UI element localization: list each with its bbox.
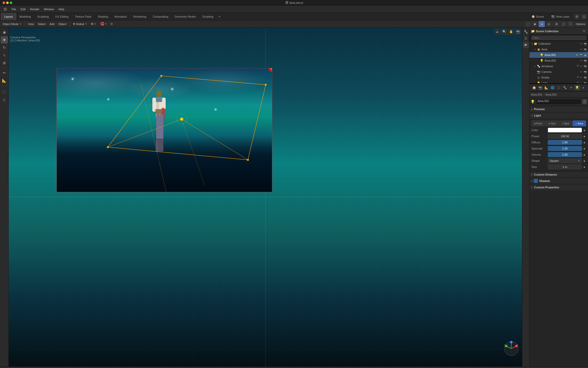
screen-layout-button[interactable]: ◫ <box>581 14 587 20</box>
object-name-field[interactable]: Area.001 <box>536 99 581 105</box>
armature-render[interactable]: 📷 <box>583 64 587 68</box>
view-icon[interactable]: 👁 <box>523 42 529 48</box>
menu-window[interactable]: Window <box>42 7 56 11</box>
hand-tool-btn[interactable]: ✋ <box>508 29 514 35</box>
power-dot[interactable]: ◆ <box>583 135 586 138</box>
fps-icon[interactable]: ⏱ <box>542 367 548 368</box>
viewport-shading-wire[interactable]: ⬚ <box>525 21 531 27</box>
viewport-shading-rendered[interactable]: ◎ <box>546 21 552 27</box>
menu-help[interactable]: Help <box>56 7 66 11</box>
custom-distance-header[interactable]: ▸ Custom Distance <box>529 171 588 178</box>
light-type-spot[interactable]: ⌾ Spot <box>559 121 572 126</box>
view-layer-selector[interactable]: 📷View Layer <box>548 13 573 20</box>
custom-properties-header[interactable]: ▸ Custom Properties <box>529 184 588 190</box>
camera-eye[interactable]: 👁 <box>579 70 583 74</box>
diffuse-value[interactable]: 1.00 <box>548 140 582 145</box>
diffuse-dot[interactable]: ◆ <box>583 141 586 144</box>
light-type-sun[interactable]: ☀ Sun <box>545 121 559 126</box>
volume-value[interactable]: 1.00 <box>548 152 582 157</box>
fake-user-btn[interactable]: F <box>582 99 587 104</box>
preferences-button[interactable]: ⚙ <box>574 14 580 20</box>
preview-section-header[interactable]: ▸ Preview <box>529 106 588 112</box>
add-menu[interactable]: Add <box>48 22 56 26</box>
camera-btn[interactable]: 📷 <box>515 29 521 35</box>
prop-modifiers-icon[interactable]: 🔧 <box>562 85 568 90</box>
select-menu[interactable]: Select <box>36 22 47 26</box>
tree-item-scene-collection[interactable]: ▾ 📁 Collection 👁 📷 <box>529 41 588 47</box>
tab-modeling[interactable]: Modeling <box>16 13 34 20</box>
transform-tool-btn[interactable]: ⊞ <box>1 59 8 66</box>
tab-geometry-nodes[interactable]: Geometry Nodes <box>172 13 199 20</box>
prop-object-icon[interactable]: ☐ <box>556 85 562 90</box>
area001-render[interactable]: 📷 <box>579 53 583 57</box>
move-tool-btn[interactable]: ✛ <box>1 36 8 43</box>
color-value[interactable] <box>548 128 582 132</box>
measure-tool-btn[interactable]: 📐 <box>1 77 8 84</box>
timeline-icon[interactable]: ⏱ <box>2 367 8 368</box>
menu-edit[interactable]: Edit <box>19 7 28 11</box>
viewport-3d[interactable]: ✕ ▲ 🔍 ✋ 📷 Camera Perspective (1) Collect… <box>9 28 522 366</box>
tree-item-armature[interactable]: ▸ 🦴 Armature ⊞ 👁 📷 <box>529 63 588 69</box>
shadow-section-header[interactable]: ▾ ✓ Shadow <box>529 178 588 184</box>
tab-uv-editing[interactable]: UV Editing <box>52 13 72 20</box>
add-object-btn[interactable]: △ <box>1 96 8 103</box>
menu-blender[interactable]: ⊙ <box>2 6 9 12</box>
light-render[interactable]: 📷 <box>583 81 587 83</box>
viewport-xray-toggle[interactable]: ☐ <box>567 21 573 27</box>
orientation-gizmo[interactable]: X Y Z <box>504 341 519 356</box>
add-workspace-button[interactable]: + <box>217 14 222 19</box>
area-render[interactable]: 📷 <box>583 48 587 51</box>
breadcrumb-item-1[interactable]: Area.001 <box>531 93 542 96</box>
shadow-enabled-checkbox[interactable]: ✓ <box>534 179 538 183</box>
viewport-shading-lpe[interactable]: ◈ <box>539 21 545 27</box>
scale-tool-btn[interactable]: ⤡ <box>1 52 8 59</box>
viewport-gizmo-toggle[interactable]: ⊕ <box>553 21 560 27</box>
tab-animation[interactable]: Animation <box>111 13 130 20</box>
tab-texture-paint[interactable]: Texture Paint <box>72 13 94 20</box>
zoom-btn[interactable]: 🔍 <box>501 29 507 35</box>
empty-render[interactable]: 📷 <box>583 76 587 79</box>
shape-dot[interactable]: ◆ <box>583 159 586 162</box>
prop-particles-icon[interactable]: ✦ <box>568 85 574 90</box>
tab-shading[interactable]: Shading <box>95 13 111 20</box>
outliner-search[interactable] <box>529 35 588 41</box>
tab-rendering[interactable]: Rendering <box>130 13 149 20</box>
scene-selector[interactable]: 🏠Scene <box>528 13 547 20</box>
annotate-tool-btn[interactable]: ✏ <box>1 69 8 76</box>
breadcrumb-item-2[interactable]: Area.001 <box>545 93 557 96</box>
menu-render[interactable]: Render <box>28 7 41 11</box>
maximize-dot[interactable] <box>10 2 12 4</box>
volume-dot[interactable]: ◆ <box>583 153 586 156</box>
item-icon[interactable]: ☰ <box>523 35 529 41</box>
view-menu[interactable]: View <box>26 22 36 26</box>
color-dot[interactable]: ◆ <box>583 129 586 132</box>
tool-icon[interactable]: 🔧 <box>523 29 529 35</box>
empty-eye[interactable]: 👁 <box>579 76 583 79</box>
area002-render[interactable]: 📷 <box>583 59 587 62</box>
close-dot[interactable] <box>3 2 5 4</box>
prop-material-icon[interactable]: ● <box>581 85 586 90</box>
tree-item-empty[interactable]: ◎ Empty ⊟ 👁 📷 <box>529 75 588 80</box>
tree-item-light[interactable]: 💡 Light ⊟ 👁 📷 <box>529 80 588 83</box>
transform-pivot[interactable]: ⊞▼ <box>89 22 98 26</box>
tree-item-area002[interactable]: 💡 Area.002 👁 📷 <box>529 58 588 63</box>
area-eye[interactable]: 👁 <box>579 48 583 51</box>
area002-eye[interactable]: 👁 <box>579 59 583 62</box>
prop-scene-data-icon[interactable]: 📐 <box>544 85 549 90</box>
outliner-filter-btn[interactable]: ⊟ <box>581 29 586 34</box>
tab-layout[interactable]: Layout <box>1 13 16 20</box>
proportional-editing[interactable]: ⊙ <box>109 22 114 26</box>
select-box-btn[interactable]: ⬚ <box>1 88 8 95</box>
menu-file[interactable]: File <box>9 7 18 11</box>
tab-sculpting[interactable]: Sculpting <box>34 13 52 20</box>
armature-eye[interactable]: 👁 <box>579 64 583 68</box>
prop-scene-icon[interactable]: 🏠 <box>532 85 537 90</box>
size-dot[interactable]: ◆ <box>583 165 586 168</box>
tree-item-area[interactable]: ▾ ▣ Area 👁 📷 <box>529 47 588 52</box>
scene-render[interactable]: 📷 <box>583 42 587 45</box>
scene-eye[interactable]: 👁 <box>579 42 583 45</box>
navigate-up-btn[interactable]: ▲ <box>494 29 500 35</box>
specular-dot[interactable]: ◆ <box>583 147 586 150</box>
light-section-header[interactable]: ▾ Light <box>529 112 588 119</box>
object-mode-dropdown[interactable]: Object Mode▼ <box>1 22 23 26</box>
